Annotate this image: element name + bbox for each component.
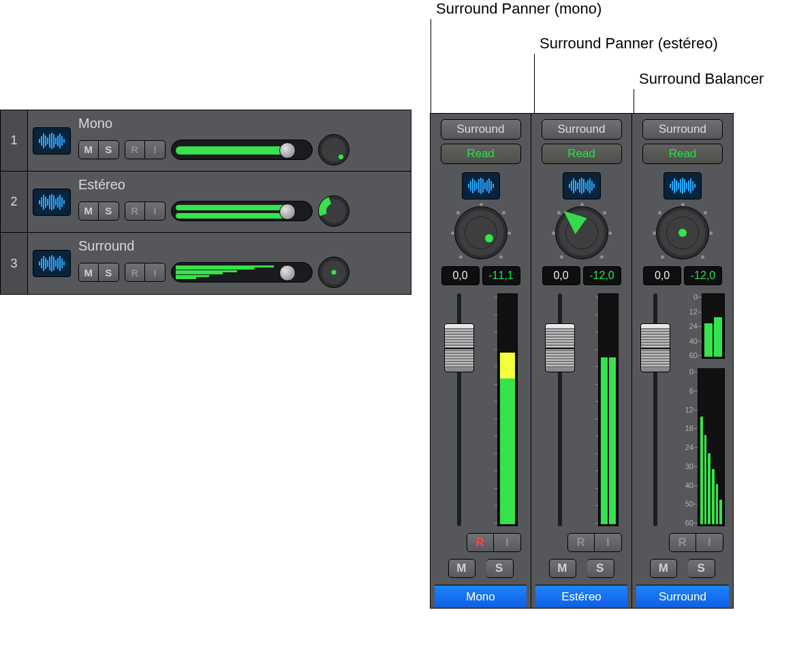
record-enable-button[interactable]: R xyxy=(467,533,494,552)
surround-panner[interactable] xyxy=(555,206,608,259)
pan-knob[interactable] xyxy=(318,195,349,227)
peak-readout[interactable]: -12,0 xyxy=(684,266,722,285)
track-number: 2 xyxy=(1,172,28,232)
input-monitor-button[interactable]: I xyxy=(494,533,521,552)
mute-button[interactable]: M xyxy=(78,263,99,282)
meter-scale: 012244060 xyxy=(689,293,698,359)
automation-mode[interactable]: Read xyxy=(542,144,622,164)
volume-slider[interactable] xyxy=(171,140,313,160)
waveform-icon xyxy=(563,172,601,199)
level-meter xyxy=(702,293,725,359)
record-enable-button[interactable]: R xyxy=(669,533,696,552)
meter-scale: 0612182430405060 xyxy=(685,368,693,526)
mute-button[interactable]: M xyxy=(650,559,677,578)
level-meter xyxy=(698,368,725,526)
callout-mono: Surround Panner (mono) xyxy=(436,0,602,18)
surround-balancer[interactable] xyxy=(656,206,709,259)
volume-fader[interactable] xyxy=(545,293,575,526)
channel-strip-surround: Surround Read 0,0 -12,0 xyxy=(632,114,733,608)
gain-readout[interactable]: 0,0 xyxy=(643,266,681,285)
channel-strip-mono: Surround Read 0,0 -11,1 0369121518212430… xyxy=(431,114,531,608)
mute-button[interactable]: M xyxy=(78,201,99,221)
waveform-icon xyxy=(33,250,71,277)
mixer: Surround Read 0,0 -11,1 0369121518212430… xyxy=(430,113,734,609)
solo-button[interactable]: S xyxy=(486,559,514,578)
record-enable-button[interactable]: R xyxy=(567,533,595,552)
output-slot[interactable]: Surround xyxy=(441,119,521,140)
output-slot[interactable]: Surround xyxy=(542,119,622,140)
gain-readout[interactable]: 0,0 xyxy=(441,266,480,285)
solo-button[interactable]: S xyxy=(587,559,614,578)
waveform-icon xyxy=(663,172,702,199)
channel-name[interactable]: Mono xyxy=(435,585,527,608)
mute-button[interactable]: M xyxy=(78,140,99,159)
solo-button[interactable]: S xyxy=(688,559,715,578)
solo-button[interactable]: S xyxy=(99,263,119,282)
surround-panner[interactable] xyxy=(454,206,507,259)
pan-knob[interactable] xyxy=(318,257,349,288)
volume-fader[interactable] xyxy=(640,293,670,526)
pan-knob[interactable] xyxy=(318,134,349,165)
level-meter xyxy=(497,293,518,526)
waveform-icon xyxy=(33,127,71,155)
peak-readout[interactable]: -11,1 xyxy=(482,266,520,285)
output-slot[interactable]: Surround xyxy=(642,119,723,140)
record-enable-button[interactable]: R xyxy=(125,201,145,221)
track-type-icon-area xyxy=(28,110,76,171)
peak-readout[interactable]: -12,0 xyxy=(583,266,621,285)
track-row[interactable]: 3 Surround M S R I xyxy=(1,233,411,294)
automation-mode[interactable]: Read xyxy=(441,144,521,164)
mute-button[interactable]: M xyxy=(549,559,576,578)
track-number: 1 xyxy=(1,110,28,171)
input-monitor-button[interactable]: I xyxy=(696,533,723,552)
input-monitor-button[interactable]: I xyxy=(145,201,166,221)
track-list: 1 Mono M S R I xyxy=(0,110,411,295)
channel-strip-stereo: Surround Read 0,0 -12,0 0369121518212430… xyxy=(531,114,632,608)
automation-mode[interactable]: Read xyxy=(642,144,723,164)
volume-slider[interactable] xyxy=(171,201,313,221)
callout-stereo: Surround Panner (estéreo) xyxy=(540,35,718,52)
solo-button[interactable]: S xyxy=(99,140,119,159)
track-name: Estéreo xyxy=(78,178,411,191)
gain-readout[interactable]: 0,0 xyxy=(542,266,580,285)
channel-name[interactable]: Surround xyxy=(636,585,729,608)
record-enable-button[interactable]: R xyxy=(125,263,145,282)
track-number: 3 xyxy=(1,233,28,294)
channel-name[interactable]: Estéreo xyxy=(535,585,627,608)
waveform-icon xyxy=(462,172,500,199)
track-row[interactable]: 1 Mono M S R I xyxy=(1,110,411,172)
track-row[interactable]: 2 Estéreo M S R I xyxy=(1,172,411,233)
track-name: Surround xyxy=(78,239,411,253)
input-monitor-button[interactable]: I xyxy=(595,533,622,552)
volume-fader[interactable] xyxy=(444,293,474,526)
mute-button[interactable]: M xyxy=(448,559,475,578)
waveform-icon xyxy=(33,189,71,216)
input-monitor-button[interactable]: I xyxy=(145,140,166,159)
solo-button[interactable]: S xyxy=(99,201,119,221)
callout-bal: Surround Balancer xyxy=(639,70,764,88)
volume-slider[interactable] xyxy=(171,262,313,283)
record-enable-button[interactable]: R xyxy=(125,140,145,159)
track-name: Mono xyxy=(78,116,411,130)
input-monitor-button[interactable]: I xyxy=(145,263,166,282)
level-meter xyxy=(598,293,619,526)
